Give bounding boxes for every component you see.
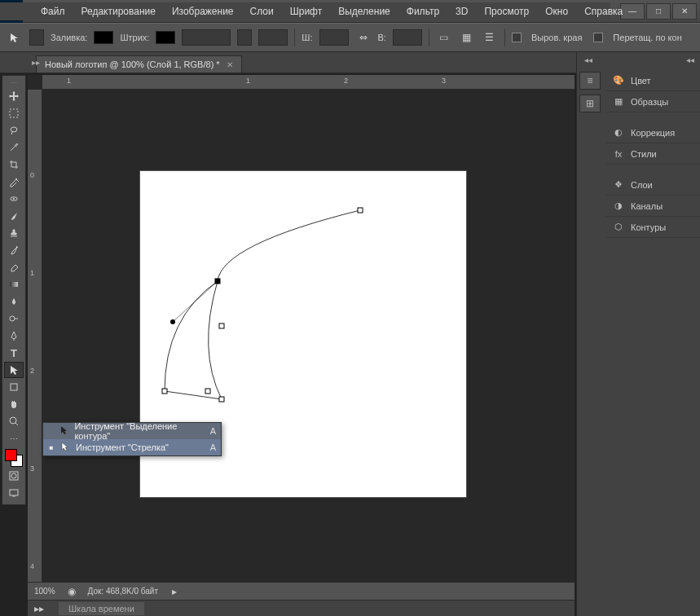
panel-tab-channels[interactable]: ◑Каналы <box>606 196 700 217</box>
path-arrange-icon[interactable]: ☰ <box>482 29 498 46</box>
svg-line-10 <box>173 281 218 322</box>
menu-bar: Файл Редактирование Изображение Слои Шри… <box>0 2 610 20</box>
panel-tab-paths[interactable]: ⬡Контуры <box>606 217 700 238</box>
link-wh-icon[interactable]: ⇔ <box>355 29 372 46</box>
ruler-tick: 3 <box>30 464 34 473</box>
panel-label: Каналы <box>631 201 663 211</box>
flyout-item-direct-selection[interactable]: ■ Инструмент "Стрелка" A <box>43 439 221 455</box>
window-close[interactable]: ✕ <box>672 3 697 20</box>
shape-tool[interactable] <box>4 379 24 395</box>
panel-label: Стили <box>631 149 657 159</box>
svg-rect-13 <box>219 323 224 328</box>
svg-rect-3 <box>10 282 18 287</box>
lasso-tool[interactable] <box>4 122 24 139</box>
timeline-tab[interactable]: Шкала времени <box>59 602 144 615</box>
foreground-color-swatch[interactable] <box>5 449 17 461</box>
width-field[interactable] <box>319 29 349 46</box>
panel-tab-color[interactable]: 🎨Цвет <box>606 70 700 91</box>
history-panel-icon[interactable]: ≡ <box>579 72 601 90</box>
menu-3d[interactable]: 3D <box>447 4 476 19</box>
canvas-viewport[interactable] <box>42 90 575 582</box>
arrow-black-icon <box>59 425 69 437</box>
status-preview-icon[interactable]: ◉ <box>64 583 80 600</box>
window-maximize[interactable]: □ <box>646 3 671 20</box>
flyout-check-icon: ■ <box>48 444 55 451</box>
eyedropper-tool[interactable] <box>4 174 24 190</box>
color-swatches[interactable] <box>5 449 23 467</box>
right-collapse-icon-2[interactable]: ◂◂ <box>684 55 697 65</box>
menu-filter[interactable]: Фильтр <box>398 4 447 19</box>
panel-tab-adjustments[interactable]: ◐Коррекция <box>606 122 700 143</box>
height-field[interactable] <box>393 29 422 46</box>
path-selection-tool[interactable] <box>4 362 24 378</box>
menu-window[interactable]: Окно <box>537 4 576 19</box>
panel-tab-layers[interactable]: ❖Слои <box>606 174 700 196</box>
tools-expand-icon[interactable]: ▸▸ <box>29 55 42 68</box>
crop-tool[interactable] <box>4 156 24 173</box>
document-tab[interactable]: Новый логотип @ 100% (Слой 1, RGB/8) * ✕ <box>36 55 242 73</box>
path-ops-icon[interactable]: ▭ <box>436 29 452 46</box>
doc-info[interactable]: Док: 468,8K/0 байт <box>88 587 158 596</box>
wand-tool[interactable] <box>4 139 24 156</box>
flyout-item-path-selection[interactable]: Инструмент "Выделение контура" A <box>43 423 221 439</box>
svg-rect-16 <box>205 389 210 394</box>
quickmask-toggle[interactable] <box>4 468 24 484</box>
fill-swatch[interactable] <box>94 31 113 44</box>
menu-file[interactable]: Файл <box>33 4 73 19</box>
blur-tool[interactable] <box>4 293 24 310</box>
ruler-tick: 1 <box>67 77 71 85</box>
bottom-panel-bar: ▸▸ Шкала времени <box>28 600 575 616</box>
menu-image[interactable]: Изображение <box>164 4 242 19</box>
menu-edit[interactable]: Редактирование <box>73 4 164 19</box>
menu-select[interactable]: Выделение <box>330 4 398 19</box>
status-info-arrow-icon[interactable]: ▸ <box>166 583 183 600</box>
menu-layer[interactable]: Слои <box>242 4 282 19</box>
separator <box>429 29 429 46</box>
move-tool[interactable] <box>4 88 24 104</box>
svg-rect-11 <box>358 208 363 213</box>
brush-tool[interactable] <box>4 208 24 224</box>
stamp-tool[interactable] <box>4 225 24 241</box>
marquee-tool[interactable] <box>4 105 24 121</box>
drag-path-label: Перетащ. по кон <box>613 33 681 42</box>
properties-panel-icon[interactable]: ⊞ <box>579 95 601 112</box>
zoom-level[interactable]: 100% <box>34 587 55 596</box>
edit-toolbar[interactable]: ⋯ <box>4 430 24 447</box>
path-align-icon[interactable]: ▦ <box>459 29 475 46</box>
history-brush-tool[interactable] <box>4 242 24 258</box>
stroke-width-dropdown[interactable] <box>182 29 231 46</box>
separator <box>504 29 505 46</box>
horizontal-ruler[interactable]: 1 1 2 3 <box>42 75 575 90</box>
ruler-tick: 3 <box>442 77 446 85</box>
panel-tab-swatches[interactable]: ▦Образцы <box>606 91 700 112</box>
pen-tool[interactable] <box>4 328 24 344</box>
menu-help[interactable]: Справка <box>576 4 631 19</box>
dodge-tool[interactable] <box>4 310 24 327</box>
document-tab-close-icon[interactable]: ✕ <box>227 60 233 69</box>
tool-preset-dropdown[interactable] <box>29 29 44 46</box>
zoom-tool[interactable] <box>4 413 24 429</box>
panel-tab-styles[interactable]: fxСтили <box>606 143 700 165</box>
healing-tool[interactable] <box>4 191 24 207</box>
bottom-expand-icon[interactable]: ▸▸ <box>31 601 47 617</box>
tools-drag-handle[interactable]: ⋯ <box>6 79 22 86</box>
stroke-swatch[interactable] <box>156 31 175 44</box>
screen-mode[interactable] <box>4 485 24 501</box>
constrain-checkbox[interactable] <box>593 33 603 42</box>
stroke-width-arrow[interactable] <box>237 29 252 46</box>
hand-tool[interactable] <box>4 396 24 412</box>
styles-icon: fx <box>613 148 624 160</box>
eraser-tool[interactable] <box>4 259 24 275</box>
menu-type[interactable]: Шрифт <box>282 4 330 19</box>
tool-preset-arrow-icon[interactable] <box>7 29 23 46</box>
ruler-tick: 1 <box>246 77 250 85</box>
right-collapse-icon[interactable]: ◂◂ <box>582 55 595 65</box>
flyout-shortcut: A <box>210 426 216 436</box>
align-edges-checkbox[interactable] <box>512 33 522 42</box>
gradient-tool[interactable] <box>4 276 24 293</box>
stroke-style-dropdown[interactable] <box>258 29 288 46</box>
vertical-ruler[interactable]: 0 1 2 3 4 <box>28 90 42 582</box>
type-tool[interactable]: T <box>4 345 24 361</box>
height-label: В: <box>378 33 386 42</box>
menu-view[interactable]: Просмотр <box>476 4 537 19</box>
